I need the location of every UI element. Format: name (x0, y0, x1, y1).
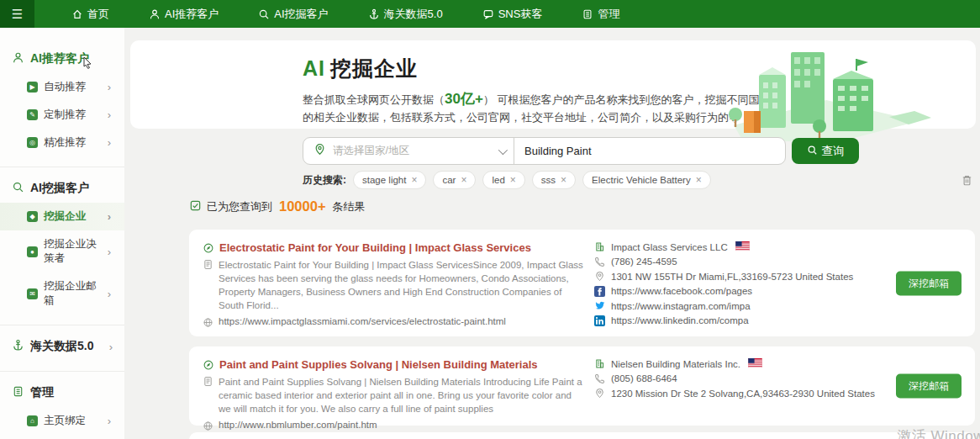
linkedin-row[interactable]: https://www.linkedin.com/compa (594, 315, 897, 326)
nav-item-label: 首页 (87, 7, 109, 22)
us-flag-icon (735, 241, 750, 252)
search-icon (258, 8, 270, 20)
address-text: 1301 NW 155TH Dr Miami,FL,33169-5723 Uni… (611, 272, 853, 282)
auto-recommend-icon: ▶ (27, 82, 38, 93)
person-icon (149, 8, 161, 20)
company-name: Nielsen Building Materials Inc. (611, 359, 740, 369)
result-url-link[interactable]: https://www.impactglassmiami.com/service… (219, 316, 506, 326)
history-label: 历史搜索: (303, 173, 346, 188)
tag-close-icon[interactable]: × (411, 174, 417, 186)
nav-item-label: 海关数据5.0 (384, 7, 443, 22)
activate-windows-watermark: 激活 Windows (897, 426, 980, 439)
result-url-row[interactable]: http://www.nbmlumber.com/paint.htm (203, 420, 585, 431)
nav-item-ai-mine[interactable]: AI挖掘客户 (258, 7, 328, 22)
tag-close-icon[interactable]: × (696, 174, 702, 186)
nav-item-home[interactable]: 首页 (71, 7, 109, 22)
query-button[interactable]: 查询 (792, 138, 859, 164)
result-title-row[interactable]: Paint and Paint Supplies Solvang | Niels… (203, 358, 585, 371)
person-icon (12, 51, 24, 66)
history-tag[interactable]: stage light× (353, 171, 426, 189)
sidebar-item-mine-company[interactable]: ◆ 挖掘企业 › (0, 203, 124, 230)
sidebar-item-customs-data[interactable]: 海关数据5.0 › (0, 334, 124, 361)
sidebar-section-title: AI推荐客户 (30, 51, 89, 66)
company-name: Impact Glass Services LLC (611, 242, 728, 252)
result-title-row[interactable]: Electrostatic Paint for Your Building | … (203, 241, 585, 254)
address-row: 1230 Mission Dr Ste 2 Solvang,CA,93463-2… (594, 388, 897, 399)
history-tag-label: Electric Vehicle Battery (592, 175, 691, 185)
tag-close-icon[interactable]: × (510, 174, 516, 186)
result-url-link[interactable]: http://www.nbmlumber.com/paint.htm (219, 420, 377, 430)
history-tag[interactable]: led× (482, 171, 524, 189)
keyword-input[interactable] (514, 138, 785, 164)
history-tag[interactable]: sss× (532, 171, 576, 189)
result-description: Electrostatic Paint for Your Building | … (219, 258, 585, 312)
sidebar-item-label: 自动推荐 (44, 80, 86, 94)
link-icon: ⌂ (27, 415, 38, 426)
chevron-right-icon: › (108, 136, 111, 149)
result-count-value: 10000+ (279, 198, 326, 214)
sidebar-item-mine-decision-maker[interactable]: ● 挖掘企业决策者 › (0, 230, 124, 272)
location-pin-icon (313, 143, 326, 159)
sidebar-item-manage[interactable]: 管理 (0, 380, 124, 407)
result-title-link[interactable]: Electrostatic Paint for Your Building | … (219, 241, 531, 254)
hamburger-menu-icon[interactable]: ☰ (0, 0, 34, 28)
tag-close-icon[interactable]: × (461, 174, 466, 186)
sidebar-item-label: 挖掘企业邮箱 (44, 279, 102, 308)
result-card: Electrostatic Paint for Your Building | … (189, 230, 975, 336)
sidebar-item-auto-recommend[interactable]: ▶ 自动推荐 › (0, 73, 124, 101)
app-window: ☰ 首页 AI推荐客户 AI挖掘客户 海关数据5.0 SNS获客 (0, 0, 980, 439)
result-description-row: Electrostatic Paint for Your Building | … (203, 258, 585, 312)
description-text: 整合抓取全球网页公开数据（ (303, 93, 445, 106)
nav-item-label: 管理 (598, 7, 619, 22)
page-title-text: 挖掘企业 (330, 56, 418, 80)
nav-item-sns[interactable]: SNS获客 (482, 7, 543, 22)
sidebar-item-label: 挖掘企业决策者 (44, 237, 102, 266)
deep-mail-button[interactable]: 深挖邮箱 (896, 271, 962, 295)
chevron-right-icon: › (108, 415, 111, 427)
sidebar-item-homepage-binding[interactable]: ⌂ 主页绑定 › (0, 407, 124, 435)
nav-item-customs-data[interactable]: 海关数据5.0 (368, 7, 443, 22)
sidebar-item-precise-recommend[interactable]: ◎ 精准推荐 › (0, 129, 124, 156)
country-select-placeholder: 请选择国家/地区 (333, 144, 492, 158)
home-icon (71, 8, 83, 20)
sidebar-item-mine-email[interactable]: ✉ 挖掘企业邮箱 › (0, 272, 124, 315)
deep-mail-button[interactable]: 深挖邮箱 (896, 374, 962, 399)
facebook-row[interactable]: https://www.facebook.com/pages (594, 286, 897, 297)
history-tag[interactable]: Electric Vehicle Battery× (582, 171, 711, 189)
sidebar-section-manage: 管理 ⌂ 主页绑定 › ★ 收藏客户 › ✉ 邮箱设置 › (0, 371, 124, 439)
sidebar-section-title: 海关数据5.0 (30, 339, 93, 354)
sidebar-item-favorite-customers[interactable]: ★ 收藏客户 › (0, 435, 124, 439)
location-pin-icon (594, 388, 605, 399)
chat-icon (482, 8, 494, 20)
search-bar: 请选择国家/地区 查询 (303, 137, 859, 165)
anchor-icon (368, 8, 380, 20)
linkedin-link[interactable]: https://www.linkedin.com/compa (611, 315, 749, 325)
twitter-row[interactable]: https://www.instagram.com/impa (594, 300, 897, 311)
result-title-link[interactable]: Paint and Paint Supplies Solvang | Niels… (219, 358, 538, 371)
trash-icon[interactable] (961, 174, 973, 187)
sidebar-item-ai-recommend[interactable]: AI推荐客户 (0, 46, 124, 73)
notebook-icon (12, 385, 24, 400)
tag-close-icon[interactable]: × (561, 174, 566, 186)
result-count-prefix: 已为您查询到 (207, 199, 272, 214)
sidebar-item-custom-recommend[interactable]: ✎ 定制推荐 › (0, 101, 124, 129)
page-title-accent: AI (303, 56, 325, 80)
sidebar-section-ai-recommend: AI推荐客户 ▶ 自动推荐 › ✎ 定制推荐 › ◎ 精准推荐 › (0, 43, 124, 161)
buildings-illustration-icon (725, 37, 935, 146)
country-select[interactable]: 请选择国家/地区 (303, 138, 514, 164)
result-url-row[interactable]: https://www.impactglassmiami.com/service… (203, 316, 585, 328)
nav-item-manage[interactable]: 管理 (582, 7, 619, 22)
building-icon (594, 358, 605, 369)
facebook-link[interactable]: https://www.facebook.com/pages (611, 286, 752, 296)
nav-item-ai-recommend[interactable]: AI推荐客户 (149, 7, 219, 22)
twitter-link[interactable]: https://www.instagram.com/impa (611, 301, 751, 311)
history-tag[interactable]: car× (433, 171, 476, 189)
sidebar-item-ai-mine[interactable]: AI挖掘客户 (0, 176, 124, 203)
hero-banner: AI挖掘企业 整合抓取全球网页公开数据（30亿+） 可根据您客户的产品名称来找到… (130, 40, 976, 129)
sidebar-item-label: 主页绑定 (44, 414, 86, 428)
top-nav: ☰ 首页 AI推荐客户 AI挖掘客户 海关数据5.0 SNS获客 (0, 0, 980, 28)
sidebar-section-title: 管理 (30, 385, 54, 400)
location-pin-icon (594, 271, 605, 282)
history-tag-label: sss (541, 175, 556, 185)
facebook-icon (594, 286, 605, 297)
